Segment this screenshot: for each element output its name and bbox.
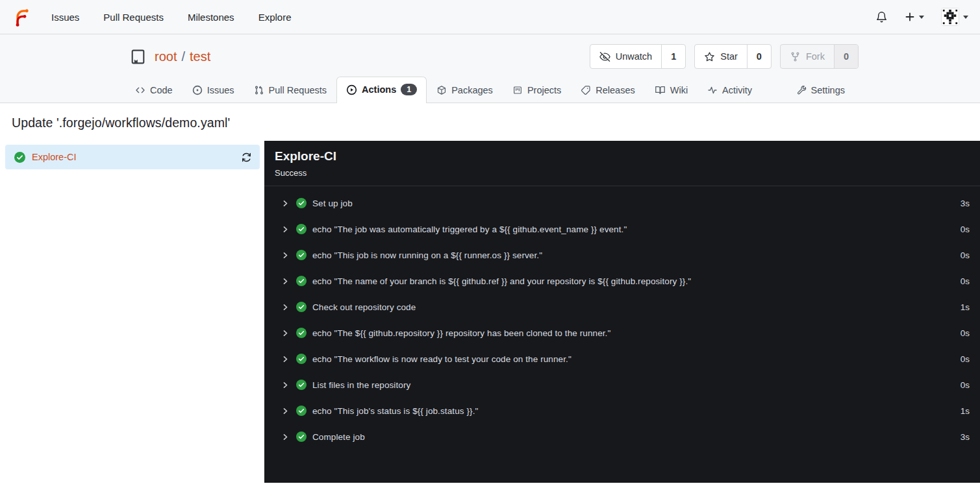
check-circle-icon — [296, 431, 307, 442]
chevron-right-icon[interactable] — [281, 355, 290, 363]
step-duration: 0s — [961, 276, 970, 286]
bell-icon — [875, 11, 888, 23]
tab-packages[interactable]: Packages — [427, 78, 503, 103]
check-circle-icon — [296, 380, 307, 390]
fork-label: Fork — [806, 51, 825, 62]
star-label: Star — [720, 51, 738, 62]
step-label: Complete job — [312, 432, 365, 442]
step-row[interactable]: echo "This job is now running on a ${{ r… — [264, 242, 980, 268]
chevron-right-icon[interactable] — [281, 433, 290, 441]
refresh-icon[interactable] — [241, 152, 252, 163]
check-circle-icon — [296, 198, 307, 208]
run-job-title: Explore-CI — [275, 149, 970, 164]
tab-pull-requests[interactable]: Pull Requests — [244, 78, 336, 103]
navbar-item-pull-requests[interactable]: Pull Requests — [103, 12, 164, 23]
user-menu-button[interactable] — [941, 8, 968, 26]
repo-book-icon — [129, 48, 147, 66]
activity-icon — [707, 85, 718, 95]
step-duration: 0s — [961, 328, 970, 338]
navbar-item-issues[interactable]: Issues — [51, 12, 79, 23]
step-label: Set up job — [312, 199, 353, 208]
navbar-item-explore[interactable]: Explore — [258, 12, 292, 23]
repo-action-buttons: Unwatch 1 Star 0 — [590, 44, 859, 69]
fork-icon — [790, 51, 801, 62]
step-row[interactable]: echo "The workflow is now ready to test … — [264, 346, 980, 372]
step-duration: 1s — [961, 406, 970, 416]
check-circle-icon — [296, 224, 307, 234]
chevron-right-icon[interactable] — [281, 199, 290, 208]
step-row[interactable]: Complete job 3s — [264, 424, 980, 450]
tab-issues[interactable]: Issues — [182, 78, 244, 103]
tab-activity[interactable]: Activity — [697, 78, 762, 103]
tab-releases[interactable]: Releases — [571, 78, 644, 103]
stars-count[interactable]: 0 — [747, 45, 771, 68]
chevron-right-icon[interactable] — [281, 407, 290, 415]
tab-settings[interactable]: Settings — [786, 78, 855, 103]
step-label: echo "The ${{ github.repository }} repos… — [312, 328, 610, 338]
step-row[interactable]: List files in the repository 0s — [264, 372, 980, 398]
step-row[interactable]: echo "The job was automatically triggere… — [264, 216, 980, 242]
chevron-right-icon[interactable] — [281, 225, 290, 234]
repo-path-separator: / — [181, 49, 185, 64]
actions-icon — [346, 84, 357, 95]
navbar-links: Issues Pull Requests Milestones Explore — [51, 12, 291, 23]
top-navbar: Issues Pull Requests Milestones Explore — [0, 0, 980, 34]
create-new-button[interactable] — [905, 12, 924, 22]
notifications-button[interactable] — [875, 11, 888, 23]
step-duration: 0s — [961, 354, 970, 364]
chevron-right-icon[interactable] — [281, 251, 290, 260]
step-row[interactable]: echo "The name of your branch is ${{ git… — [264, 268, 980, 294]
tab-activity-label: Activity — [722, 85, 752, 95]
chevron-right-icon[interactable] — [281, 329, 290, 337]
step-row[interactable]: Set up job 3s — [264, 190, 980, 216]
sidebar-job-explore-ci[interactable]: Explore-CI — [5, 145, 260, 169]
caret-down-icon — [919, 16, 924, 19]
tab-pull-requests-label: Pull Requests — [269, 85, 327, 95]
page-title: Update '.forgejo/workflows/demo.yaml' — [12, 115, 968, 130]
star-icon — [704, 51, 715, 62]
step-label: echo "This job's status is ${{ job.statu… — [312, 406, 478, 416]
chevron-right-icon[interactable] — [281, 303, 290, 311]
check-circle-icon — [296, 406, 307, 416]
step-row[interactable]: echo "This job's status is ${{ job.statu… — [264, 398, 980, 424]
repo-header: root / test Unwatch — [0, 34, 980, 103]
unwatch-button[interactable]: Unwatch 1 — [590, 44, 686, 69]
unwatch-label: Unwatch — [616, 51, 652, 62]
check-circle-icon — [296, 250, 307, 260]
issue-icon — [192, 85, 203, 95]
repo-tabs: Code Issues Pull Request — [121, 77, 859, 103]
tab-code-label: Code — [150, 85, 173, 95]
jobs-sidebar: Explore-CI — [0, 141, 264, 483]
eye-off-icon — [599, 51, 610, 62]
forgejo-logo-icon[interactable] — [12, 7, 32, 27]
run-panel-header: Explore-CI Success — [264, 141, 980, 186]
forks-count: 0 — [834, 45, 858, 68]
repo-owner-link[interactable]: root — [155, 49, 177, 64]
repo-name-link[interactable]: test — [190, 49, 210, 64]
fork-button: Fork 0 — [780, 44, 859, 69]
tab-packages-label: Packages — [451, 85, 493, 95]
tab-wiki[interactable]: Wiki — [645, 77, 697, 103]
tab-code[interactable]: Code — [125, 78, 182, 103]
plus-icon — [905, 12, 915, 22]
tab-projects-label: Projects — [527, 85, 561, 95]
watchers-count[interactable]: 1 — [661, 45, 685, 68]
chevron-right-icon[interactable] — [281, 277, 290, 286]
avatar-identicon — [941, 8, 959, 26]
chevron-right-icon[interactable] — [281, 381, 290, 389]
check-circle-icon — [296, 302, 307, 312]
star-button[interactable]: Star 0 — [694, 44, 772, 69]
job-label: Explore-CI — [32, 152, 77, 162]
code-icon — [135, 85, 145, 95]
tab-projects[interactable]: Projects — [503, 78, 571, 103]
step-row[interactable]: Check out repository code 1s — [264, 294, 980, 320]
step-label: echo "The job was automatically triggere… — [312, 225, 627, 234]
navbar-item-milestones[interactable]: Milestones — [188, 12, 234, 23]
check-circle-icon — [14, 152, 25, 163]
step-row[interactable]: echo "The ${{ github.repository }} repos… — [264, 320, 980, 346]
tab-actions[interactable]: Actions 1 — [336, 77, 427, 103]
step-label: Check out repository code — [312, 302, 416, 312]
step-duration: 3s — [961, 432, 970, 442]
actions-run-page: Update '.forgejo/workflows/demo.yaml' Ex… — [0, 115, 980, 483]
releases-icon — [581, 85, 591, 95]
